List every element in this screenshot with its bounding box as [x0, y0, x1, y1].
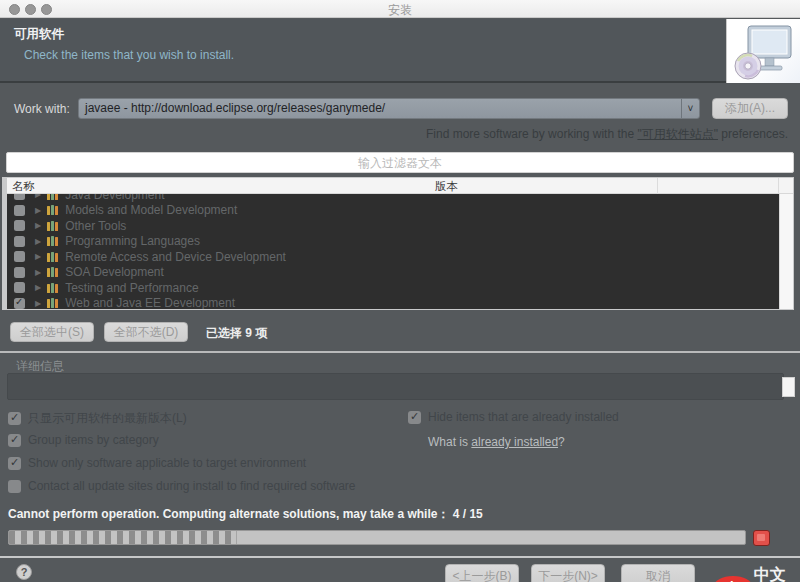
expand-arrow-icon[interactable]: ▶	[35, 206, 41, 215]
option-checkbox[interactable]	[8, 412, 21, 425]
available-sites-link[interactable]: "可用软件站点"	[637, 127, 718, 141]
category-icon	[47, 236, 59, 246]
deselect-all-button[interactable]: 全部不选(D)	[104, 322, 188, 342]
option-checkbox[interactable]	[8, 457, 21, 470]
hint-suffix: preferences.	[718, 127, 788, 141]
chevron-down-icon[interactable]: ˅	[681, 99, 699, 118]
cancel-button[interactable]: 取消	[621, 564, 695, 582]
column-header-name[interactable]: 名称	[12, 178, 35, 194]
row-label: Web and Java EE Development	[65, 296, 235, 310]
row-checkbox[interactable]	[14, 298, 25, 309]
option-row: Show only software applicable to target …	[8, 456, 306, 470]
back-button[interactable]: <上一步(B)	[445, 564, 519, 582]
row-checkbox[interactable]	[14, 205, 25, 216]
status-message: Cannot perform operation. Computing alte…	[8, 506, 483, 523]
option-label: Show only software applicable to target …	[28, 456, 306, 470]
tree-body: ▶Java Development▶Models and Model Devel…	[7, 194, 793, 310]
row-checkbox[interactable]	[14, 220, 25, 231]
work-with-combo[interactable]: javaee - http://download.eclipse.org/rel…	[78, 98, 700, 119]
row-label: Testing and Performance	[65, 281, 198, 295]
category-icon	[47, 267, 59, 277]
table-row[interactable]: ▶Java Development	[7, 194, 793, 203]
category-icon	[47, 298, 59, 308]
section-divider[interactable]	[0, 351, 800, 353]
row-label: Other Tools	[65, 219, 126, 233]
details-scrollbar[interactable]	[782, 377, 795, 397]
progress-fill	[9, 531, 237, 544]
page-title: 可用软件	[14, 26, 64, 43]
expand-arrow-icon[interactable]: ▶	[35, 299, 41, 308]
option-label: 只显示可用软件的最新版本(L)	[28, 410, 187, 427]
option-row: Hide items that are already installed	[408, 410, 619, 424]
row-label: SOA Development	[65, 265, 164, 279]
stop-icon[interactable]	[753, 530, 770, 546]
work-with-value: javaee - http://download.eclipse.org/rel…	[85, 101, 385, 115]
option-label: Hide items that are already installed	[428, 410, 619, 424]
row-checkbox[interactable]	[14, 251, 25, 262]
category-icon	[47, 221, 59, 231]
expand-arrow-icon[interactable]: ▶	[35, 252, 41, 261]
watermark: php 中文网	[714, 565, 800, 582]
option-row: Group items by category	[8, 433, 159, 447]
column-divider[interactable]	[778, 178, 779, 194]
progress-bar	[8, 530, 746, 545]
filter-input[interactable]	[6, 152, 794, 173]
computer-with-disc-icon	[727, 19, 800, 83]
work-with-label: Work with:	[14, 102, 70, 116]
option-checkbox[interactable]	[8, 434, 21, 447]
expand-arrow-icon[interactable]: ▶	[35, 283, 41, 292]
table-row[interactable]: ▶Models and Model Development	[7, 203, 793, 219]
find-more-hint: Find more software by working with the "…	[426, 126, 788, 143]
option-label: Contact all update sites during install …	[28, 479, 356, 493]
category-icon	[47, 252, 59, 262]
details-text-area[interactable]	[7, 373, 784, 400]
vertical-scrollbar[interactable]	[779, 194, 793, 310]
row-label: Programming Languages	[65, 234, 200, 248]
table-row[interactable]: ▶SOA Development	[7, 265, 793, 281]
already-installed-link[interactable]: already installed	[471, 435, 558, 449]
row-checkbox[interactable]	[14, 267, 25, 278]
link-prefix: What is	[428, 435, 471, 449]
category-icon	[47, 205, 59, 215]
column-header-version[interactable]: 版本	[435, 178, 458, 194]
table-row[interactable]: ▶Testing and Performance	[7, 280, 793, 296]
expand-arrow-icon[interactable]: ▶	[35, 194, 41, 199]
option-label: Group items by category	[28, 433, 159, 447]
table-row[interactable]: ▶Programming Languages	[7, 234, 793, 250]
already-installed-line: What is already installed?	[428, 435, 565, 449]
window-title: 安装	[0, 2, 800, 19]
row-label: Remote Access and Device Development	[65, 250, 286, 264]
row-label: Java Development	[65, 194, 164, 202]
link-suffix: ?	[558, 435, 565, 449]
option-checkbox[interactable]	[8, 480, 21, 493]
option-checkbox[interactable]	[408, 411, 421, 424]
row-checkbox[interactable]	[14, 194, 25, 200]
category-icon	[47, 283, 59, 293]
expand-arrow-icon[interactable]: ▶	[35, 268, 41, 277]
watermark-badge: php	[714, 576, 752, 582]
expand-arrow-icon[interactable]: ▶	[35, 237, 41, 246]
table-row[interactable]: ▶Remote Access and Device Development	[7, 249, 793, 265]
expand-arrow-icon[interactable]: ▶	[35, 221, 41, 230]
table-row[interactable]: ▶Web and Java EE Development	[7, 296, 793, 311]
help-button[interactable]: ?	[16, 564, 32, 580]
row-checkbox[interactable]	[14, 236, 25, 247]
row-label: Models and Model Development	[65, 203, 237, 217]
install-wizard-icon	[726, 19, 800, 83]
select-all-button[interactable]: 全部选中(S)	[10, 322, 94, 342]
option-row: 只显示可用软件的最新版本(L)	[8, 410, 187, 427]
row-checkbox[interactable]	[14, 282, 25, 293]
category-icon	[47, 194, 59, 200]
footer-divider	[0, 556, 800, 558]
table-row[interactable]: ▶Other Tools	[7, 218, 793, 234]
column-divider[interactable]	[657, 178, 658, 194]
hint-prefix: Find more software by working with the	[426, 127, 637, 141]
next-button[interactable]: 下一步(N)>	[531, 564, 605, 582]
dialog-header: 可用软件 Check the items that you wish to in…	[0, 19, 800, 83]
option-row: Contact all update sites during install …	[8, 479, 356, 493]
software-tree: 名称 版本 ▶Java Development▶Models and Model…	[2, 177, 794, 310]
add-site-button[interactable]: 添加(A)...	[712, 98, 788, 119]
page-subtitle: Check the items that you wish to install…	[24, 48, 234, 62]
tree-header: 名称 版本	[7, 178, 793, 194]
watermark-text: 中文网	[754, 565, 800, 582]
